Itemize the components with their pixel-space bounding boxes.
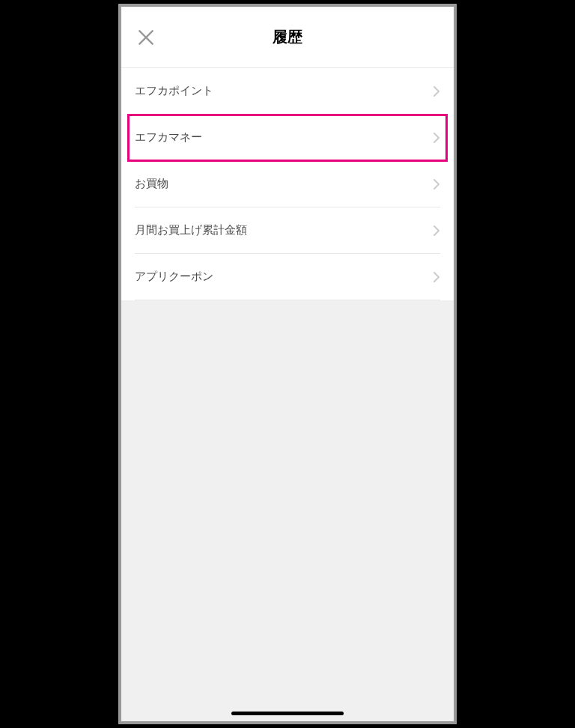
page-title: 履歴 bbox=[273, 27, 302, 47]
chevron-right-icon bbox=[433, 225, 440, 237]
menu-item-label: 月間お買上げ累計金額 bbox=[135, 223, 247, 237]
menu-item-label: お買物 bbox=[135, 177, 168, 191]
menu-item-efuka-point[interactable]: エフカポイント bbox=[121, 68, 454, 115]
chevron-right-icon bbox=[433, 178, 440, 190]
content-area bbox=[121, 300, 454, 721]
close-button[interactable] bbox=[135, 26, 157, 49]
close-icon bbox=[136, 28, 156, 47]
chevron-right-icon bbox=[433, 132, 440, 144]
menu-item-efuka-money[interactable]: エフカマネー bbox=[121, 115, 454, 161]
menu-item-app-coupon[interactable]: アプリクーポン bbox=[121, 254, 454, 300]
home-indicator[interactable] bbox=[231, 712, 344, 715]
menu-item-shopping[interactable]: お買物 bbox=[121, 161, 454, 207]
phone-frame: 履歴 エフカポイント エフカマネー お買物 bbox=[118, 4, 457, 724]
menu-item-monthly-total[interactable]: 月間お買上げ累計金額 bbox=[121, 207, 454, 254]
chevron-right-icon bbox=[433, 85, 440, 97]
menu-item-label: アプリクーポン bbox=[135, 270, 213, 284]
menu-item-label: エフカマネー bbox=[135, 130, 202, 145]
header: 履歴 bbox=[121, 7, 454, 68]
menu-item-label: エフカポイント bbox=[135, 84, 213, 98]
chevron-right-icon bbox=[433, 271, 440, 283]
menu-list: エフカポイント エフカマネー お買物 bbox=[121, 68, 454, 300]
